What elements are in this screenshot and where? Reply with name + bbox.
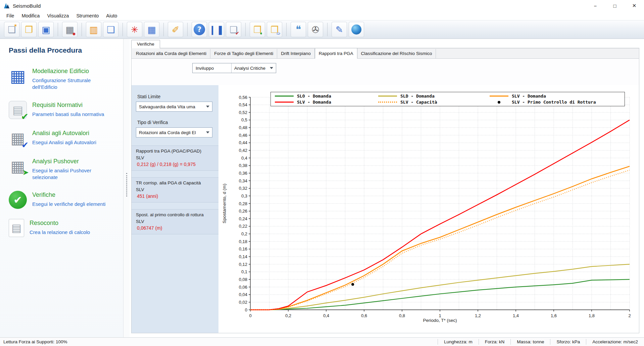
menu-aiuto[interactable]: Aiuto [102, 12, 121, 19]
app-logo-icon [3, 2, 10, 9]
envelope-dropdown[interactable]: Inviluppo Analysi Critiche [192, 63, 276, 73]
processor-settings-button[interactable] [62, 22, 78, 37]
maximize-button[interactable]: □ [605, 0, 625, 11]
step-title[interactable]: Analisi agli Autovalori [32, 130, 96, 137]
step-subtitle[interactable]: Esegui Analisi agli Autovalori [32, 139, 96, 146]
info-section-value: 0,212 (g) / 0,218 (g) = 0,975 [136, 162, 218, 167]
paint-brush-button[interactable] [168, 22, 183, 37]
tipo-verifica-select[interactable]: Rotazioni alla Corda degli El [136, 127, 212, 137]
section-properties-button[interactable] [86, 22, 101, 37]
status-segment-0: Lunghezza: m [438, 339, 479, 344]
verify-document-button[interactable] [226, 22, 241, 37]
document-building-button[interactable] [103, 22, 118, 37]
toolbar-separator [187, 23, 188, 36]
step-title[interactable]: Requisiti Normativi [32, 102, 104, 109]
new-project-button[interactable] [4, 22, 19, 37]
stati-limite-select[interactable]: Salvaguardia della Vita uma [136, 102, 212, 112]
step-title[interactable]: Modellazione Edificio [32, 68, 111, 75]
step-text: VerificheEsegui le verifiche degli eleme… [32, 191, 105, 209]
step-subtitle[interactable]: Crea la relazione di calcolo [30, 229, 90, 236]
open-project-button[interactable] [21, 22, 37, 37]
window-controls: −□✕ [586, 0, 644, 11]
info-section: Rapporti tra PGA (PGAC/PGAD)SLV0,212 (g)… [132, 146, 218, 171]
svg-text:0,08: 0,08 [239, 277, 247, 282]
manuals-button[interactable] [209, 22, 224, 37]
legend-line-sample [275, 102, 294, 103]
procedure-step-green-check[interactable]: VerificheEsegui le verifiche degli eleme… [9, 191, 120, 209]
content-row: Stati Limite Salvaguardia della Vita uma… [132, 85, 639, 333]
chart-canvas: 00,020,040,060,080,10,120,140,160,180,20… [218, 85, 638, 327]
info-section: TR corrisp. alla PGA di CapacitàSLV451 (… [132, 177, 218, 203]
step-text: Analysi PushoverEsegui le analisi Pushov… [32, 157, 111, 181]
minimize-button[interactable]: − [586, 0, 605, 11]
legend-line-sample [490, 96, 508, 97]
step-title[interactable]: Analysi Pushover [32, 158, 111, 165]
subtab-2[interactable]: Drift Interpiano [277, 49, 315, 58]
globe-button[interactable] [349, 22, 364, 37]
menu-visualizza[interactable]: Visualizza [43, 12, 72, 19]
subtab-0[interactable]: Rotazioni alla Corda degli Elementi [132, 49, 210, 58]
procedure-step-report[interactable]: ResocontoCrea la relazione di calcolo [9, 219, 120, 237]
help-button[interactable] [192, 22, 207, 37]
legend-item: SLV - Capacità [378, 100, 487, 105]
pga-chart: 00,020,040,060,080,10,120,140,160,180,20… [218, 85, 639, 333]
svg-text:0,06: 0,06 [239, 285, 247, 290]
procedure-step-building[interactable]: Modellazione EdificioConfigurazione Stru… [9, 67, 120, 91]
legend-label: SLD - Domanda [400, 94, 435, 99]
help-icon [194, 24, 205, 35]
menu-strumento[interactable]: Strumento [72, 12, 102, 19]
subtab-1[interactable]: Forze di Taglio degli Elementi [210, 49, 277, 58]
step-title[interactable]: Verifiche [32, 191, 105, 198]
legend-item: SLV - Domanda [490, 94, 621, 99]
step-text: Analisi agli AutovaloriEsegui Analisi ag… [32, 129, 96, 147]
edit-pencil-icon [334, 24, 345, 35]
svg-text:0,54: 0,54 [239, 102, 247, 107]
import-folder-button[interactable] [250, 22, 265, 37]
calculator-table-button[interactable] [144, 22, 159, 37]
close-button[interactable]: ✕ [625, 0, 644, 11]
menu-modifica[interactable]: Modifica [18, 12, 43, 19]
media-button[interactable] [308, 22, 323, 37]
procedure-step-scroll-check[interactable]: Requisiti NormativiParametri basati sull… [9, 101, 120, 119]
report-icon [9, 219, 24, 237]
export-folder-button[interactable] [267, 22, 282, 37]
statusbar: Lettura Forza ai Supporti: 100% Lunghezz… [0, 337, 644, 346]
step-subtitle[interactable]: Esegui le analisi Pushover selezionate [32, 167, 111, 181]
subtab-3[interactable]: Rapporti tra PGA [315, 48, 357, 59]
svg-text:0,04: 0,04 [239, 292, 247, 297]
splitter-handle[interactable] [123, 39, 130, 337]
chip-arrow-icon [9, 157, 27, 175]
subtab-4[interactable]: Classificazione del RIschio Sismico [357, 49, 436, 58]
comments-button[interactable] [291, 22, 306, 37]
procedure-steps: Modellazione EdificioConfigurazione Stru… [9, 67, 120, 237]
procedure-step-chip-arrow[interactable]: Analysi PushoverEsegui le analisi Pushov… [9, 157, 120, 181]
tab-verifiche[interactable]: Verifiche [131, 40, 160, 48]
svg-text:0,26: 0,26 [239, 209, 247, 214]
step-subtitle[interactable]: Esegui le verifiche degli elementi [32, 201, 105, 208]
verifiche-panel: Rotazioni alla Corda degli ElementiForze… [131, 48, 639, 333]
legend-point-sample [490, 101, 508, 104]
envelope-value[interactable]: Analysi Critiche [232, 63, 276, 73]
svg-text:1: 1 [439, 313, 441, 318]
toolbar [0, 20, 644, 39]
procedure-step-chip-check[interactable]: Analisi agli AutovaloriEsegui Analisi ag… [9, 129, 120, 147]
toolbar-separator [58, 23, 58, 36]
edit-pencil-button[interactable] [332, 22, 347, 37]
tipo-verifica-label: Tipo di Verifica [137, 120, 218, 125]
status-units: Lunghezza: mForza: kNMassa: tonneSforzo:… [438, 338, 644, 346]
step-subtitle[interactable]: Configurazione Strutturale dell'Edificio [32, 77, 111, 91]
verify-document-icon [228, 24, 239, 35]
svg-text:0: 0 [249, 313, 251, 318]
svg-text:0,52: 0,52 [239, 110, 247, 115]
step-subtitle[interactable]: Parametri basati sulla normativa [32, 111, 104, 118]
manuals-icon [211, 24, 222, 35]
svg-text:0,36: 0,36 [239, 171, 247, 176]
structural-model-button[interactable] [127, 22, 142, 37]
chart-legend: SLO - DomandaSLD - DomandaSLV - DomandaS… [270, 92, 625, 106]
toolbar-separator [286, 23, 287, 36]
menu-file[interactable]: File [3, 12, 18, 19]
step-title[interactable]: Resoconto [30, 220, 90, 227]
chevron-down-icon [206, 106, 209, 108]
svg-text:0,12: 0,12 [239, 262, 247, 267]
save-project-button[interactable] [38, 22, 54, 37]
